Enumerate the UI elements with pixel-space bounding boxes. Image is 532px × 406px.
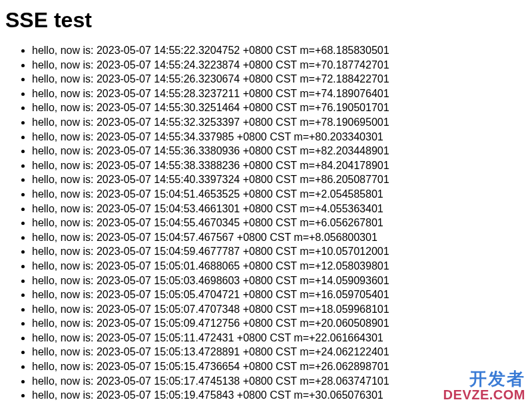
list-item: hello, now is: 2023-05-07 14:55:22.32047… xyxy=(32,43,532,58)
list-item: hello, now is: 2023-05-07 15:05:01.46880… xyxy=(32,259,532,274)
list-item: hello, now is: 2023-05-07 15:05:19.47584… xyxy=(32,388,532,403)
page-title: SSE test xyxy=(0,0,532,43)
list-item: hello, now is: 2023-05-07 14:55:36.33809… xyxy=(32,144,532,158)
event-list: hello, now is: 2023-05-07 14:55:22.32047… xyxy=(0,43,532,403)
list-item: hello, now is: 2023-05-07 14:55:32.32533… xyxy=(32,115,532,130)
list-item: hello, now is: 2023-05-07 15:05:03.46986… xyxy=(32,274,532,288)
list-item: hello, now is: 2023-05-07 15:05:05.47047… xyxy=(32,288,532,302)
list-item: hello, now is: 2023-05-07 14:55:26.32306… xyxy=(32,72,532,87)
list-item: hello, now is: 2023-05-07 15:04:57.46756… xyxy=(32,230,532,245)
list-item: hello, now is: 2023-05-07 15:05:11.47243… xyxy=(32,331,532,345)
list-item: hello, now is: 2023-05-07 14:55:40.33973… xyxy=(32,172,532,187)
list-item: hello, now is: 2023-05-07 15:05:07.47073… xyxy=(32,302,532,317)
list-item: hello, now is: 2023-05-07 15:05:09.47127… xyxy=(32,316,532,331)
list-item: hello, now is: 2023-05-07 15:05:13.47288… xyxy=(32,345,532,359)
list-item: hello, now is: 2023-05-07 14:55:28.32372… xyxy=(32,87,532,101)
list-item: hello, now is: 2023-05-07 15:04:51.46535… xyxy=(32,187,532,202)
list-item: hello, now is: 2023-05-07 15:04:59.46777… xyxy=(32,244,532,259)
list-item: hello, now is: 2023-05-07 14:55:30.32514… xyxy=(32,101,532,115)
list-item: hello, now is: 2023-05-07 14:55:38.33882… xyxy=(32,158,532,173)
list-item: hello, now is: 2023-05-07 15:05:17.47451… xyxy=(32,374,532,389)
list-item: hello, now is: 2023-05-07 15:04:53.46613… xyxy=(32,202,532,216)
list-item: hello, now is: 2023-05-07 14:55:24.32238… xyxy=(32,58,532,73)
list-item: hello, now is: 2023-05-07 14:55:34.33798… xyxy=(32,130,532,144)
list-item: hello, now is: 2023-05-07 15:05:15.47366… xyxy=(32,359,532,374)
list-item: hello, now is: 2023-05-07 15:04:55.46703… xyxy=(32,216,532,230)
